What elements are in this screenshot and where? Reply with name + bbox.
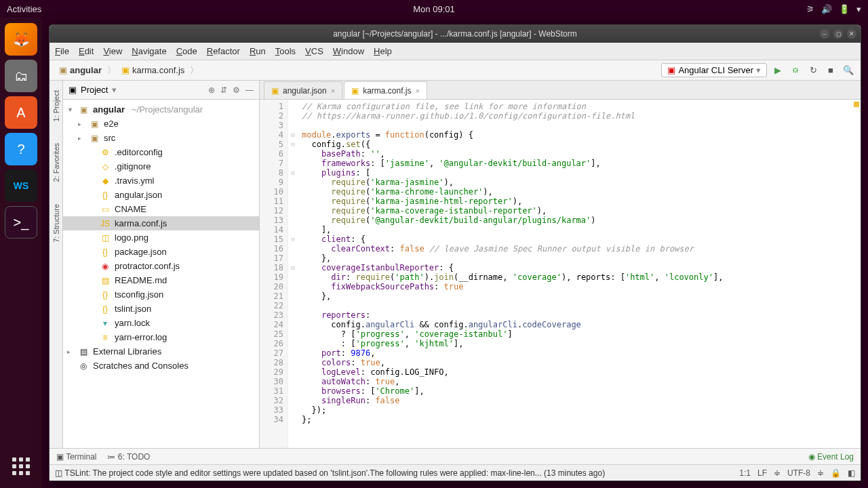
- menu-edit[interactable]: Edit: [79, 46, 94, 56]
- bottom-tool-stripe: ▣ Terminal ≔ 6: TODO ◉ Event Log: [50, 448, 861, 464]
- battery-icon[interactable]: 🔋: [839, 4, 850, 14]
- event-log-tool[interactable]: ◉ Event Log: [808, 452, 854, 462]
- gutter[interactable]: 1234567891011121314151617181920212223242…: [260, 100, 288, 448]
- tree-item[interactable]: ▸▤External Libraries: [63, 344, 259, 359]
- run-config-selector[interactable]: ▣Angular CLI Server▾: [661, 63, 767, 77]
- menu-window[interactable]: Window: [333, 46, 364, 56]
- tree-item[interactable]: ◇.gitignore: [63, 159, 259, 174]
- ubuntu-topbar: Activities Mon 09:01 ⚞ 🔊 🔋 ▾: [0, 0, 868, 18]
- notification-icon[interactable]: ◫: [55, 468, 62, 478]
- volume-icon[interactable]: 🔊: [821, 4, 832, 14]
- breadcrumb-root[interactable]: ▣ angular: [55, 64, 106, 77]
- expand-icon[interactable]: ⇵: [220, 85, 227, 95]
- menu-view[interactable]: View: [103, 46, 122, 56]
- close-tab-icon[interactable]: ×: [331, 87, 335, 95]
- clock[interactable]: Mon 09:01: [413, 4, 454, 14]
- window-minimize[interactable]: –: [820, 29, 829, 39]
- breadcrumb: ▣ angular 〉 ▣ karma.conf.js 〉: [55, 64, 199, 77]
- tool-structure[interactable]: 7: Structure: [52, 200, 60, 247]
- tree-item[interactable]: ▭CNAME: [63, 202, 259, 216]
- caret-position[interactable]: 1:1: [739, 468, 751, 478]
- ubuntu-dock: 🦊 🗂 A ? WS >_: [0, 18, 42, 488]
- tree-item[interactable]: ◉protractor.conf.js: [63, 259, 259, 273]
- menu-refactor[interactable]: Refactor: [207, 46, 240, 56]
- menu-file[interactable]: File: [55, 46, 69, 56]
- file-encoding[interactable]: UTF-8: [787, 468, 810, 478]
- tree-item[interactable]: {}angular.json: [63, 188, 259, 202]
- status-message[interactable]: TSLint: The project code style and edito…: [64, 468, 605, 478]
- dock-help[interactable]: ?: [5, 133, 37, 165]
- tree-item[interactable]: ▼▣angular~/Projects/angular: [63, 102, 259, 117]
- menu-bar: FileEditViewNavigateCodeRefactorRunTools…: [50, 43, 861, 60]
- activities-button[interactable]: Activities: [7, 4, 41, 14]
- tool-favorites[interactable]: 2: Favorites: [52, 139, 60, 186]
- debug-button[interactable]: ⛭: [789, 64, 802, 77]
- window-titlebar[interactable]: angular [~/Projects/angular] - .../karma…: [50, 25, 861, 43]
- project-panel-title[interactable]: Project: [81, 85, 108, 95]
- search-everywhere-button[interactable]: 🔍: [842, 64, 855, 77]
- tree-item[interactable]: ▾yarn.lock: [63, 316, 259, 330]
- dock-show-apps[interactable]: [5, 450, 37, 483]
- breadcrumb-file[interactable]: ▣ karma.conf.js: [117, 64, 189, 77]
- editor-tab[interactable]: ▣angular.json×: [264, 81, 342, 99]
- tree-item[interactable]: {}package.json: [63, 245, 259, 259]
- project-panel-header: ▣Project▾ ⊕ ⇵ ⚙ —: [63, 81, 259, 100]
- tree-item[interactable]: {}tslint.json: [63, 302, 259, 316]
- hide-icon[interactable]: —: [245, 85, 254, 95]
- menu-code[interactable]: Code: [176, 46, 197, 56]
- settings-icon[interactable]: ⚙: [233, 85, 240, 95]
- window-title: angular [~/Projects/angular] - .../karma…: [333, 29, 577, 39]
- tree-item[interactable]: ◆.travis.yml: [63, 174, 259, 188]
- code-content[interactable]: // Karma configuration file, see link fo…: [298, 100, 861, 448]
- dock-files[interactable]: 🗂: [5, 60, 37, 92]
- dock-firefox[interactable]: 🦊: [5, 23, 37, 56]
- webstorm-window: angular [~/Projects/angular] - .../karma…: [49, 24, 861, 481]
- dock-terminal[interactable]: >_: [5, 206, 37, 239]
- locate-icon[interactable]: ⊕: [208, 85, 215, 95]
- power-icon[interactable]: ▾: [856, 4, 861, 14]
- dock-webstorm[interactable]: WS: [5, 169, 37, 202]
- window-maximize[interactable]: ◻: [833, 29, 843, 39]
- menu-help[interactable]: Help: [374, 46, 392, 56]
- menu-tools[interactable]: Tools: [275, 46, 296, 56]
- left-tool-stripe: 1: Project 2: Favorites 7: Structure: [50, 81, 63, 448]
- status-bar: ◫ TSLint: The project code style and edi…: [50, 464, 861, 481]
- terminal-tool[interactable]: ▣ Terminal: [56, 452, 96, 462]
- readonly-icon[interactable]: 🔒: [831, 468, 841, 478]
- tree-item[interactable]: JSkarma.conf.js: [63, 216, 259, 230]
- fold-column[interactable]: ⊟⊟⊟⊟⊟: [288, 100, 298, 448]
- close-tab-icon[interactable]: ×: [416, 87, 420, 95]
- network-icon[interactable]: ⚞: [806, 4, 814, 14]
- menu-run[interactable]: Run: [250, 46, 266, 56]
- menu-vcs[interactable]: VCS: [305, 46, 323, 56]
- todo-tool[interactable]: ≔ 6: TODO: [107, 452, 150, 462]
- code-editor[interactable]: 1234567891011121314151617181920212223242…: [260, 100, 861, 448]
- window-close[interactable]: ✕: [847, 29, 856, 39]
- editor-tab[interactable]: ▣karma.conf.js×: [344, 81, 427, 99]
- hector-icon[interactable]: ◧: [848, 468, 855, 478]
- project-tree[interactable]: ▼▣angular~/Projects/angular▸▣e2e▸▣src⚙.e…: [63, 100, 259, 448]
- tree-item[interactable]: {}tsconfig.json: [63, 287, 259, 302]
- tree-item[interactable]: ▸▣src: [63, 131, 259, 145]
- inspection-marker[interactable]: [854, 102, 859, 107]
- navigation-bar: ▣ angular 〉 ▣ karma.conf.js 〉 ▣Angular C…: [50, 60, 861, 81]
- tree-item[interactable]: ◎Scratches and Consoles: [63, 359, 259, 373]
- tree-item[interactable]: ▸▣e2e: [63, 117, 259, 131]
- tool-project[interactable]: 1: Project: [52, 86, 60, 125]
- line-separator[interactable]: LF: [757, 468, 767, 478]
- stop-button[interactable]: ■: [824, 64, 837, 77]
- tree-item[interactable]: ≡yarn-error.log: [63, 330, 259, 344]
- menu-navigate[interactable]: Navigate: [132, 46, 166, 56]
- run-button[interactable]: ▶: [771, 64, 785, 77]
- run-with-coverage-button[interactable]: ↻: [806, 64, 820, 77]
- dock-software[interactable]: A: [5, 96, 37, 129]
- tree-item[interactable]: ▤README.md: [63, 273, 259, 287]
- project-panel: ▣Project▾ ⊕ ⇵ ⚙ — ▼▣angular~/Projects/an…: [63, 81, 260, 448]
- tree-item[interactable]: ⚙.editorconfig: [63, 145, 259, 159]
- editor-tabs: ▣angular.json×▣karma.conf.js×: [260, 81, 861, 100]
- editor-area: ▣angular.json×▣karma.conf.js× 1234567891…: [260, 81, 861, 448]
- tree-item[interactable]: ◫logo.png: [63, 230, 259, 245]
